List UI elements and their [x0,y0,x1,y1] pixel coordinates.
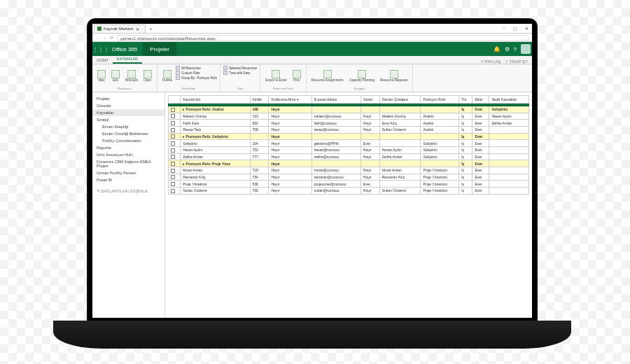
group-label: Data [223,86,257,90]
table-row[interactable]: Fatih Kara592Hayırfatih@contosoHayırEsra… [169,120,529,127]
capacity-planning-button[interactable]: Capacity Planning [347,66,377,86]
excel-icon [272,70,280,78]
row-checkbox[interactable] [171,148,175,153]
suite-bar: ⋮⋮⋮ Office 365 Projeler 🔔 ⚙ ? [92,42,532,56]
row-checkbox[interactable] [171,114,175,118]
tab-title: Kaynak Merkezi [104,27,134,31]
row-checkbox[interactable] [171,141,175,146]
follow-button[interactable]: ☆ TAKİP ET [505,59,528,64]
requests-icon [390,70,398,78]
nav-reload-icon[interactable]: ⟳ [108,35,114,40]
group-row[interactable]: ▸ Pozisyon Rolü: GeliştiriciHayırİşEvet [169,133,529,140]
avatar[interactable] [521,44,531,54]
column-header[interactable]: Seçili Kaynaklar [489,96,529,104]
row-checkbox[interactable] [171,128,175,132]
sidebar-item[interactable]: Raporlar [92,144,164,151]
print-button[interactable]: Print [290,66,303,86]
column-header[interactable]: Pozisyon Rolü [421,96,459,104]
sidebar-item[interactable]: Projeler [92,95,164,102]
groupby-dropdown[interactable]: Group By: Pozisyon Rolü [176,76,217,80]
window-close-button[interactable]: ✕ [521,26,532,31]
table-row[interactable]: Meltem Gümüş723Hayırmeltem@contosoHayırM… [169,113,529,120]
row-checkbox[interactable] [171,162,175,166]
column-header[interactable]: Kaynak Adı [181,96,250,104]
row-checkbox[interactable] [171,155,175,159]
table-row[interactable]: Sultan Özdemir755Hayırsultan@contosoHayı… [169,188,529,195]
app-launcher-icon[interactable]: ⋮⋮⋮ [92,46,106,52]
new-tab-button[interactable]: + [148,27,154,31]
row-checkbox[interactable] [171,108,175,112]
open-button[interactable]: Open [141,66,154,86]
sidebar-item[interactable]: Portföy Çözümlemeleri [92,137,164,144]
tab-close-icon[interactable]: ✕ [136,27,139,31]
app-title[interactable]: Projeler [143,42,176,56]
sidebar-item[interactable]: Uzman Portföy Panosu [92,169,164,176]
group-row[interactable]: ▸ Pozisyon Rolü: Proje YöneHayırİşEvet [169,160,529,167]
table-row[interactable]: Proje Yöneticisi538Hayırprojeyonet@conto… [169,181,529,188]
sidebar-item[interactable]: Strateji [92,116,164,123]
column-header[interactable]: Tür [459,96,472,104]
sidebar-item[interactable]: Power BI [92,176,164,183]
row-checkbox[interactable] [171,134,175,139]
help-icon[interactable]: ? [514,46,517,52]
column-header[interactable]: Etkin [472,96,489,104]
row-checkbox[interactable] [171,182,175,186]
view-dropdown[interactable]: All Resources [176,66,217,70]
share-button[interactable]: ↗ PAYLAŞ [480,59,500,64]
nav-back-icon[interactable]: ‹ [95,36,101,40]
window-maximize-button[interactable]: ▢ [510,26,521,31]
column-header[interactable]: E-posta Adresi [312,96,360,104]
new-icon [97,70,106,78]
group-label: Navigate [309,86,410,90]
column-header[interactable]: Kullanıma Alma ▾ [269,96,312,104]
settings-icon[interactable]: ⚙ [505,46,510,52]
selected-resources[interactable]: Selected Resources [223,66,257,70]
outline-button[interactable]: Outline [160,66,174,86]
browser-tab[interactable]: Kaynak Merkezi ✕ [94,24,146,33]
table-row[interactable]: Hasan Aydın702Hayırhasan@contosoHayırHas… [169,147,529,154]
resource-requests-button[interactable]: Resource Requests [378,66,410,86]
ribbon-tab-resources[interactable]: KAYNAKLAR [113,55,142,64]
ribbon: New Edit Bulk Edit Open Resources Outlin… [92,64,532,92]
filter-dropdown[interactable]: Custom Filter [176,71,217,75]
column-header[interactable]: Genel [360,96,379,104]
row-checkbox[interactable] [171,169,175,173]
resource-assignments-button[interactable]: Resource Assignments [309,66,346,86]
time-with-data[interactable]: Time with Data [223,71,257,75]
edit-links-button[interactable]: ✎ BAĞLANTILARI DÜZENLE [92,188,164,195]
sidebar-item[interactable]: Kaynaklar [92,109,164,116]
ribbon-group-navigate: Resource Assignments Capacity Planning R… [307,64,414,92]
address-bar[interactable]: ppmeu1.sharepoint.com/sites/pwa/Resource… [117,35,529,41]
sidebar-item[interactable]: Etmen Önceliği Belirlemesi [92,130,164,137]
column-header[interactable] [169,96,181,104]
sidebar-item[interactable]: Görevler [92,102,164,109]
ribbon-tab-browse[interactable]: GÖZAT [92,57,113,64]
new-button[interactable]: New [95,66,108,86]
group-label: Resources [95,86,154,90]
export-excel-button[interactable]: Export to Excel [263,66,288,86]
group-row[interactable]: ▸ Pozisyon Rolü: Analist168HayırİşEvetGe… [169,106,529,113]
row-checkbox[interactable] [171,189,175,193]
assignments-icon [323,70,332,78]
column-header[interactable]: Kimlik [250,96,269,104]
table-row[interactable]: Geliştirici164Hayırgelistirici@PPMEvetGe… [169,140,529,147]
row-checkbox[interactable] [171,175,175,179]
resource-grid[interactable]: Kaynak AdıKimlikKullanıma Alma ▾E-posta … [168,95,529,195]
bulk-edit-button[interactable]: Bulk Edit [123,66,140,86]
checkbox-icon [223,66,227,70]
table-row[interactable]: Ramazan Kılıç734Hayırramazan@contosoHayı… [169,174,529,181]
column-header[interactable]: Zaman Çizelgesi [379,96,421,104]
table-row[interactable]: Zeliha Arslan777Hayırzeliha@contosoHayır… [169,153,529,160]
notifications-icon[interactable]: 🔔 [493,46,500,52]
group-label: Show/Hide [160,86,217,90]
table-row[interactable]: Murat Arslan718Hayırmurat@contosoHayırMu… [169,167,529,174]
window-minimize-button[interactable]: – [498,26,510,31]
sidebar-item[interactable]: Etmen Kitaplığı [92,123,164,130]
nav-forward-icon[interactable]: › [102,36,108,40]
table-row[interactable]: Recep Taşlı758Hayırrecep@contosoHayırSul… [169,127,529,134]
edit-button[interactable]: Edit [109,66,122,86]
sidebar-item[interactable]: Ürün İnovasyon Hub'ı [92,151,164,158]
suite-brand[interactable]: Office 365 [106,46,143,52]
row-checkbox[interactable] [171,121,175,125]
sidebar-item[interactable]: Dynamics CRM Dağıtımı EMEA Projesi [92,158,164,169]
